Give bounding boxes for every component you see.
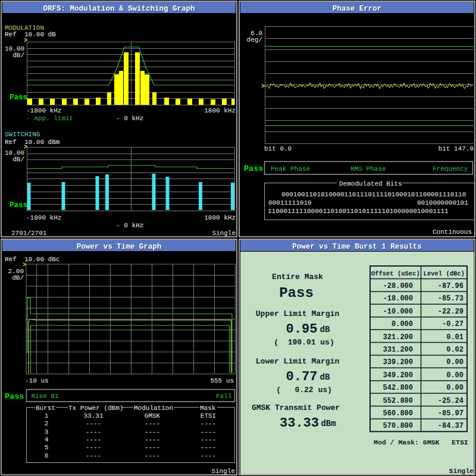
- svg-text:Single: Single: [212, 230, 236, 237]
- svg-text:----: ----: [201, 436, 216, 443]
- svg-text:0.01: 0.01: [446, 333, 464, 342]
- svg-text:----: ----: [86, 444, 101, 451]
- svg-text:-18.000: -18.000: [383, 295, 413, 303]
- svg-text:----: ----: [201, 428, 216, 436]
- svg-text:-22.29: -22.29: [438, 308, 464, 316]
- svg-text:3: 3: [45, 428, 49, 436]
- svg-text:-85.73: -85.73: [438, 295, 464, 303]
- svg-text:RMS Phase: RMS Phase: [350, 165, 386, 173]
- svg-text:-85.97: -85.97: [438, 409, 464, 418]
- svg-text:dB/: dB/: [12, 274, 24, 281]
- svg-text:----: ----: [201, 420, 216, 427]
- svg-text:----: ----: [145, 420, 160, 427]
- svg-text:Ref 10.00 dB: Ref 10.00 dB: [5, 31, 56, 38]
- svg-text:Entire Mask: Entire Mask: [272, 273, 323, 281]
- svg-text:----: ----: [86, 452, 101, 459]
- svg-text:000100110101000011011101111010: 0001001101010000110111011110100010110000…: [281, 191, 466, 198]
- svg-text:Level (dBc): Level (dBc): [424, 270, 465, 277]
- svg-text:4: 4: [45, 436, 49, 443]
- svg-text:1800 kHz: 1800 kHz: [204, 214, 236, 221]
- svg-text:bit 0.0: bit 0.0: [264, 145, 292, 152]
- svg-text:-10 us: -10 us: [25, 377, 49, 384]
- svg-text:- 0 kHz: - 0 kHz: [116, 115, 143, 122]
- svg-text:----: ----: [145, 444, 160, 451]
- svg-text:0.000: 0.000: [392, 320, 413, 328]
- svg-text:Fall: Fall: [216, 393, 231, 400]
- svg-text:-0.27: -0.27: [442, 320, 464, 328]
- svg-text:Offset (uSec): Offset (uSec): [371, 270, 420, 277]
- svg-text:Demodulated Bits: Demodulated Bits: [339, 180, 402, 187]
- svg-text:Peak Phase: Peak Phase: [271, 165, 310, 173]
- svg-text:0.00: 0.00: [446, 371, 464, 380]
- svg-text:0.00: 0.00: [446, 384, 464, 392]
- svg-text:- App. limit: - App. limit: [26, 115, 73, 122]
- svg-text:00011111010: 00011111010: [268, 199, 312, 206]
- svg-text:dBm: dBm: [321, 419, 336, 428]
- svg-text:0.02: 0.02: [446, 346, 464, 354]
- svg-text:Pass: Pass: [5, 392, 24, 401]
- svg-text:Mod / Mask: GMSK ETSI: Mod / Mask: GMSK ETSI: [374, 439, 468, 446]
- svg-text:5: 5: [45, 444, 49, 451]
- svg-text:SWITCHING: SWITCHING: [5, 131, 40, 138]
- svg-text:dB: dB: [320, 325, 330, 334]
- svg-text:110001111100001101001101011111: 1100011111000011010011010111110100000010…: [268, 208, 449, 215]
- svg-text:ORFS: Modulation & Switching G: ORFS: Modulation & Switching Graph: [43, 5, 195, 13]
- svg-text:----: ----: [201, 444, 216, 451]
- svg-text:-28.000: -28.000: [383, 282, 413, 290]
- svg-text:Pass: Pass: [244, 164, 263, 173]
- svg-text:- 0 kHz: - 0 kHz: [116, 222, 143, 229]
- svg-text:339.200: 339.200: [383, 358, 413, 367]
- svg-text:Ref 10.00 dBm: Ref 10.00 dBm: [5, 139, 60, 146]
- svg-text:>: >: [24, 37, 27, 44]
- svg-text:deg/: deg/: [247, 36, 262, 43]
- svg-text:0.95: 0.95: [286, 322, 318, 337]
- svg-text:GMSK Transmit Power: GMSK Transmit Power: [252, 403, 340, 412]
- svg-text:Frequency: Frequency: [433, 165, 468, 173]
- svg-text:----: ----: [201, 452, 216, 459]
- svg-text:0.77: 0.77: [286, 369, 318, 384]
- svg-text:-87.96: -87.96: [438, 282, 464, 290]
- svg-text:Ref 10.00 dBc: Ref 10.00 dBc: [5, 256, 60, 263]
- svg-text:Phase Error: Phase Error: [333, 5, 382, 13]
- svg-text:>: >: [261, 83, 265, 90]
- svg-text:----: ----: [145, 428, 160, 436]
- svg-text:6: 6: [45, 452, 49, 459]
- svg-text:Single: Single: [449, 467, 474, 475]
- svg-text:Pass: Pass: [279, 285, 314, 301]
- svg-text:2: 2: [45, 420, 49, 427]
- svg-text:1: 1: [45, 412, 49, 419]
- svg-text:( 190.01 us): ( 190.01 us): [274, 338, 334, 347]
- svg-text:-25.24: -25.24: [438, 397, 464, 405]
- svg-text:----: ----: [86, 420, 101, 427]
- svg-text:555 us: 555 us: [210, 377, 234, 384]
- svg-text:331.200: 331.200: [383, 346, 413, 354]
- svg-text:( 0.22 us): ( 0.22 us): [276, 386, 332, 394]
- svg-text:1800 kHz: 1800 kHz: [204, 107, 236, 114]
- svg-text:Burst: Burst: [36, 405, 55, 412]
- svg-text:Tx Power (dBm): Tx Power (dBm): [68, 405, 123, 412]
- svg-text:Power vs Time Burst 1 Results: Power vs Time Burst 1 Results: [292, 243, 422, 251]
- svg-text:349.200: 349.200: [383, 371, 413, 380]
- svg-text:570.800: 570.800: [383, 422, 413, 430]
- svg-text:Lower Limit Margin: Lower Limit Margin: [256, 357, 340, 366]
- svg-text:321.200: 321.200: [383, 333, 413, 342]
- svg-text:-84.37: -84.37: [438, 422, 464, 430]
- svg-text:33.31: 33.31: [83, 412, 103, 419]
- svg-text:Upper Limit Margin: Upper Limit Margin: [256, 309, 340, 318]
- svg-text:Power vs Time Graph: Power vs Time Graph: [77, 243, 162, 251]
- svg-text:0010000000101: 0010000000101: [417, 199, 468, 206]
- svg-text:552.800: 552.800: [383, 397, 413, 405]
- svg-text:Mask: Mask: [200, 405, 216, 412]
- svg-text:----: ----: [145, 436, 160, 443]
- svg-text:----: ----: [145, 452, 160, 459]
- svg-text:>: >: [23, 262, 26, 268]
- svg-text:----: ----: [86, 428, 101, 436]
- svg-text:542.800: 542.800: [383, 384, 413, 392]
- svg-text:dB: dB: [320, 372, 330, 382]
- svg-text:----: ----: [86, 436, 101, 443]
- svg-text:dB/: dB/: [12, 52, 24, 59]
- svg-text:bit 147.0: bit 147.0: [439, 145, 474, 152]
- svg-text:Pass: Pass: [10, 93, 27, 102]
- svg-text:GMSK: GMSK: [145, 412, 161, 419]
- svg-text:ETSI: ETSI: [201, 412, 216, 419]
